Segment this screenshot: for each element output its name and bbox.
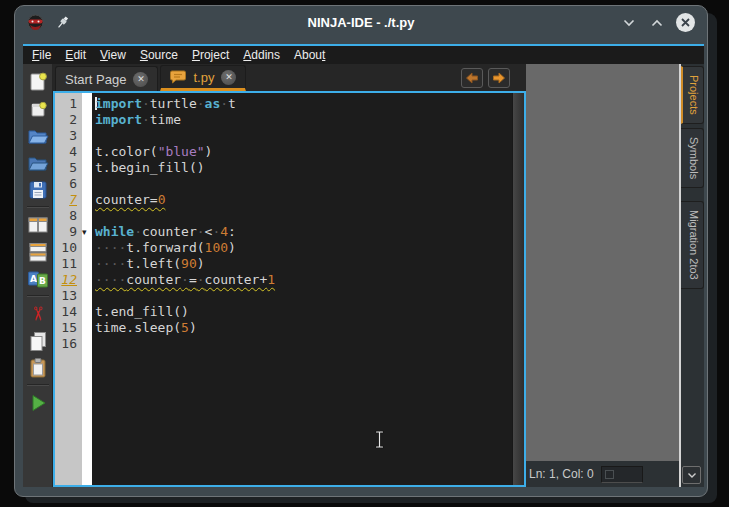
close-tab-icon[interactable]: ✕ <box>221 70 236 85</box>
line-number: 12 <box>55 272 77 288</box>
screen: NINJA-IDE - ./t.py FileEditViewSourcePro… <box>0 0 729 507</box>
line-number: 16 <box>55 336 77 352</box>
line-number: 7 <box>55 192 77 208</box>
split-vertical-icon <box>26 240 50 264</box>
toolbar-separator <box>27 295 49 297</box>
line-number: 2 <box>55 112 77 128</box>
new-project-button[interactable] <box>25 95 51 122</box>
code-area[interactable]: import·turtle·as·timport·timet.color("bl… <box>92 93 512 485</box>
arrow-right-icon <box>492 72 506 84</box>
menu-item-addins[interactable]: Addins <box>236 48 287 62</box>
cut-button[interactable]: ✂ <box>25 300 51 327</box>
paste-icon <box>26 356 50 380</box>
open-file-button[interactable] <box>25 122 51 149</box>
copy-icon <box>26 329 50 353</box>
code-line-14: t.end_fill() <box>95 304 512 320</box>
copy-button[interactable] <box>25 327 51 354</box>
menu-item-source[interactable]: Source <box>133 48 185 62</box>
line-number: 11 <box>55 256 77 272</box>
follow-mode-icon: A B <box>26 267 50 291</box>
code-line-13 <box>95 288 512 304</box>
line-number: 9 <box>55 224 77 240</box>
line-number: 5 <box>55 160 77 176</box>
menu-item-file[interactable]: File <box>25 48 58 62</box>
line-number: 4 <box>55 144 77 160</box>
line-number: 10 <box>55 240 77 256</box>
line-col-indicator: Ln: 1, Col: 0 <box>529 467 594 481</box>
panel-tab-migration-2to3[interactable]: Migration 2to3 <box>681 201 704 289</box>
code-line-10: ····t.forward(100) <box>95 240 512 256</box>
line-number: 14 <box>55 304 77 320</box>
pin-icon[interactable] <box>56 15 70 30</box>
follow-mode-button[interactable]: A B <box>25 265 51 292</box>
run-button[interactable] <box>25 389 51 416</box>
panel-tab-strip: ProjectsSymbolsMigration 2to3 <box>681 64 704 487</box>
tab-label: t.py <box>193 70 214 85</box>
code-line-2: import·time <box>95 112 512 128</box>
menu-item-project[interactable]: Project <box>185 48 236 62</box>
menu-bar: FileEditViewSourceProjectAddinsAbout <box>23 46 704 64</box>
paste-button[interactable] <box>25 354 51 381</box>
code-line-4: t.color("blue") <box>95 144 512 160</box>
window-content: FileEditViewSourceProjectAddinsAbout <box>23 44 704 487</box>
split-vertical-button[interactable] <box>25 238 51 265</box>
toolbar: A B ✂ <box>23 64 53 487</box>
open-project-icon <box>26 151 50 175</box>
maximize-icon[interactable] <box>648 14 666 32</box>
status-field <box>601 466 643 483</box>
ninja-logo-icon <box>27 14 44 31</box>
arrow-left-icon <box>465 72 479 84</box>
comment-bubble-icon <box>170 70 186 84</box>
new-file-button[interactable] <box>25 68 51 95</box>
code-line-1: import·turtle·as·t <box>95 96 512 112</box>
toolbar-separator <box>27 206 49 208</box>
tab-start-page[interactable]: Start Page✕ <box>55 66 158 91</box>
run-icon <box>26 391 50 415</box>
menu-item-view[interactable]: View <box>93 48 133 62</box>
line-number: 8 <box>55 208 77 224</box>
code-editor[interactable]: 12345678910111213141516 ▾ import·turtle·… <box>53 91 526 487</box>
code-line-8 <box>95 208 512 224</box>
panel-selector-dropdown[interactable] <box>682 466 701 484</box>
open-project-button[interactable] <box>25 149 51 176</box>
open-file-icon <box>26 124 50 148</box>
code-line-16 <box>95 336 512 352</box>
code-line-6 <box>95 176 512 192</box>
fold-margin[interactable]: ▾ <box>82 93 92 485</box>
projects-tree-panel[interactable] <box>526 64 679 461</box>
split-horizontal-icon <box>26 213 50 237</box>
tab-t-py[interactable]: t.py✕ <box>160 65 246 91</box>
editor-scrollbar[interactable] <box>512 93 524 485</box>
line-number: 1 <box>55 96 77 112</box>
toolbar-separator <box>27 384 49 386</box>
fold-marker-icon[interactable]: ▾ <box>82 228 87 237</box>
code-line-9: while·counter·<·4: <box>95 224 512 240</box>
svg-text:A: A <box>30 273 37 283</box>
line-number: 3 <box>55 128 77 144</box>
svg-text:B: B <box>39 275 46 285</box>
menu-item-about[interactable]: About <box>287 48 332 62</box>
save-button[interactable] <box>25 176 51 203</box>
status-field-icon <box>605 470 614 479</box>
navigate-back-button[interactable] <box>461 68 483 88</box>
code-line-3 <box>95 128 512 144</box>
new-project-icon <box>26 97 50 121</box>
ninja-ide-window: NINJA-IDE - ./t.py FileEditViewSourcePro… <box>14 5 708 497</box>
side-panel: Ln: 1, Col: 0 <box>526 64 681 487</box>
split-horizontal-button[interactable] <box>25 211 51 238</box>
code-line-15: time.sleep(5) <box>95 320 512 336</box>
new-file-icon <box>26 70 50 94</box>
navigate-forward-button[interactable] <box>488 68 510 88</box>
close-tab-icon[interactable]: ✕ <box>133 72 148 87</box>
line-number-gutter: 12345678910111213141516 <box>55 93 82 485</box>
menu-item-edit[interactable]: Edit <box>58 48 93 62</box>
code-line-7: counter=0 <box>95 192 512 208</box>
chevron-down-icon <box>687 472 697 479</box>
panel-tab-projects[interactable]: Projects <box>681 66 704 124</box>
code-line-11: ····t.left(90) <box>95 256 512 272</box>
panel-tab-symbols[interactable]: Symbols <box>681 128 704 188</box>
editor-tab-bar: Start Page✕t.py✕ <box>53 64 526 91</box>
close-window-icon[interactable] <box>676 13 695 32</box>
line-number: 13 <box>55 288 77 304</box>
minimize-icon[interactable] <box>620 14 638 32</box>
